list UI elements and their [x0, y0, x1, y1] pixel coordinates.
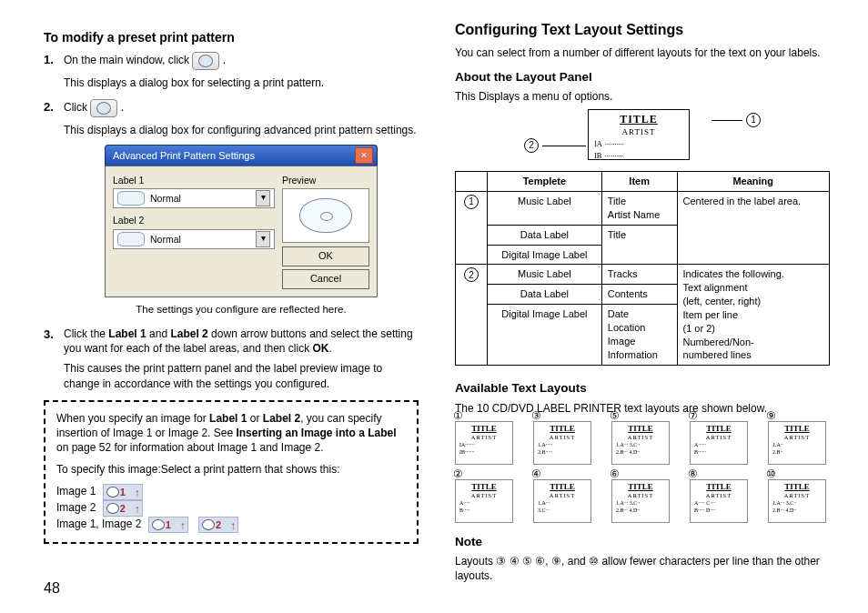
about-heading: About the Layout Panel: [455, 69, 830, 85]
about-text: This Displays a menu of options.: [455, 89, 830, 104]
s3-c: and: [146, 327, 171, 340]
pattern-config-icon: [90, 99, 117, 117]
th-meaning: Meaning: [677, 172, 829, 192]
chevron-down-icon[interactable]: ▾: [256, 190, 270, 206]
cancel-button[interactable]: Cancel: [282, 269, 369, 289]
layout-thumb-index: ①: [453, 408, 463, 423]
r1t1: Music Label: [488, 192, 602, 226]
thumb-line: 3.C···: [534, 507, 590, 514]
left-column: To modify a preset print pattern 1. On t…: [44, 20, 419, 588]
thumb-line: 1.A··· 3.C··: [769, 499, 825, 507]
dialog-titlebar: Advanced Print Pattern Settings ×: [105, 145, 378, 166]
label2-dropdown[interactable]: Normal ▾: [113, 229, 275, 249]
n-c: or: [247, 412, 262, 425]
r2i2: Contents: [601, 285, 677, 305]
thumb-title: TITLE: [456, 422, 512, 434]
layout-thumb-index: ⑧: [688, 467, 698, 481]
layout-thumbnails: ①TITLEARTISTIA·······IB·······③TITLEARTI…: [455, 421, 830, 523]
dialog-title: Advanced Print Pattern Settings: [113, 149, 255, 163]
layout-thumb-box: TITLEARTIST1.A··· 3.C··2.B··· 4.D··: [611, 421, 670, 465]
page-number: 48: [44, 578, 60, 598]
dialog-body: Label 1 Normal ▾ Label 2: [105, 166, 378, 297]
layout-thumb-index: ⑤: [610, 408, 620, 423]
r1i1: Title Artist Name: [601, 192, 677, 226]
lp-ib: IB: [594, 151, 602, 161]
pattern-select-icon: [192, 52, 219, 70]
step-3: 3. Click the Label 1 and Label 2 down ar…: [44, 327, 419, 391]
thumb-line: 1.A··: [769, 441, 825, 448]
callout-1: 1: [712, 113, 761, 127]
layout-thumb-box: TITLEARTIST1.A··2.B··: [768, 421, 826, 465]
step-1: 1. On the main window, click . This disp…: [44, 52, 419, 90]
preview-panel: Preview OK Cancel: [282, 174, 369, 289]
footnote-heading: Note: [455, 534, 830, 550]
r1t3: Digital Image Label: [488, 245, 602, 265]
layout-thumb-index: ④: [531, 467, 541, 481]
thumb-artist: ARTIST: [691, 492, 747, 499]
footnote-text: Layouts ③ ④ ⑤ ⑥, ⑨, and ⑩ allow fewer ch…: [455, 554, 830, 583]
row1-id: 1: [456, 192, 488, 265]
thumb-artist: ARTIST: [456, 434, 512, 441]
layout-thumb-box: TITLEARTISTIA·······IB·······: [455, 421, 513, 465]
note-row1-label: Image 1: [56, 486, 96, 498]
n-a: When you specify an image for: [56, 412, 209, 425]
layout-panel-box: TITLE ARTIST IA·········· IB··········: [588, 109, 690, 160]
label1-thumb-icon: [117, 191, 145, 206]
thumb-artist: ARTIST: [769, 492, 825, 499]
label1-caption: Label 1: [113, 174, 275, 186]
thumb-artist: ARTIST: [691, 434, 747, 441]
thumb-title: TITLE: [456, 480, 512, 492]
layout-thumb-box: TITLEARTIST1.A···3.C···: [533, 479, 591, 523]
th-item: Item: [601, 172, 677, 192]
right-heading: Configuring Text Layout Settings: [455, 20, 830, 40]
layout-panel-diagram: 1 2 TITLE ARTIST IA·········· IB········…: [524, 109, 761, 160]
note-row2: Image 2 2↑: [56, 500, 406, 517]
left-heading: To modify a preset print pattern: [44, 29, 419, 46]
label1-value: Normal: [150, 192, 250, 205]
lp-title: TITLE: [589, 110, 689, 126]
thumb-line: 1.A··· 3.C··: [612, 441, 669, 448]
layout-thumb-box: TITLEARTIST1.A·····2.B·····: [533, 421, 591, 465]
thumb-artist: ARTIST: [456, 492, 512, 499]
preview-box: [282, 188, 369, 243]
thumb-title: TITLE: [612, 480, 669, 492]
thumb-title: TITLE: [534, 480, 590, 492]
s3-a: Click the: [64, 327, 108, 340]
thumb-line: 2.B·····: [534, 448, 590, 456]
thumb-title: TITLE: [691, 422, 747, 434]
layout-thumb-index: ⑩: [766, 467, 776, 481]
layout-thumb-box: TITLEARTISTA······B······: [690, 421, 748, 465]
thumb-title: TITLE: [691, 480, 747, 492]
callout-2: 2: [524, 138, 586, 153]
note-row3-label: Image 1, Image 2: [56, 518, 141, 531]
layout-thumb: ⑨TITLEARTIST1.A··2.B··: [768, 421, 830, 465]
r2i3: Date Location Image Information: [601, 305, 677, 366]
advanced-print-dialog: Advanced Print Pattern Settings × Label …: [105, 145, 378, 297]
note-row2-label: Image 2: [56, 502, 96, 515]
available-heading: Available Text Layouts: [455, 380, 830, 397]
s3-f: OK: [313, 342, 329, 355]
note-row3: Image 1, Image 2 1↑ 2↑: [56, 517, 406, 533]
thumb-title: TITLE: [769, 480, 825, 492]
s3-b: Label 1: [108, 327, 146, 340]
disc-preview-icon: [299, 198, 352, 233]
chevron-down-icon[interactable]: ▾: [256, 231, 270, 247]
thumb-line: B······: [691, 448, 747, 456]
label1-dropdown[interactable]: Normal ▾: [113, 188, 275, 208]
th-template: Templete: [488, 172, 602, 192]
layout-thumb: ⑦TITLEARTISTA······B······: [690, 421, 752, 465]
r1i2: Title: [601, 225, 677, 265]
layout-thumb: ③TITLEARTIST1.A·····2.B·····: [533, 421, 595, 465]
layout-thumb-index: ②: [453, 467, 463, 481]
label2-caption: Label 2: [113, 214, 275, 226]
note-table-heading: To specify this image:Select a print pat…: [56, 462, 406, 477]
label2-thumb-icon: [117, 232, 145, 246]
close-icon[interactable]: ×: [355, 147, 373, 164]
dialog-caption: The settings you configure are reflected…: [64, 303, 419, 317]
layout-thumb: ⑤TITLEARTIST1.A··· 3.C··2.B··· 4.D··: [611, 421, 673, 465]
layout-thumb: ⑧TITLEARTISTA····· C····B····· D····: [690, 479, 752, 523]
s3-g: .: [329, 342, 332, 355]
layout-thumb-box: TITLEARTIST1.A··· 3.C··2.B··· 4.D··: [611, 479, 670, 523]
right-intro: You can select from a number of differen…: [455, 45, 830, 60]
ok-button[interactable]: OK: [282, 246, 369, 266]
